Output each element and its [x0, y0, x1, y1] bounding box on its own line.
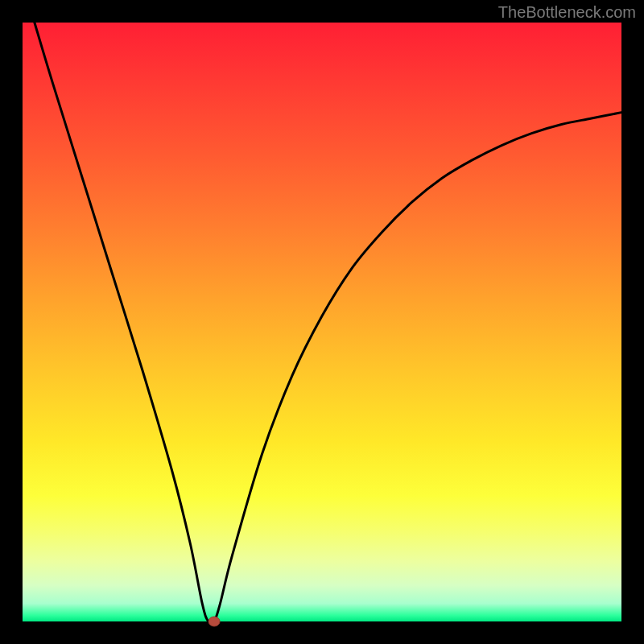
bottleneck-curve [35, 23, 621, 624]
plot-area [23, 23, 621, 621]
attribution-label: TheBottleneck.com [498, 3, 636, 22]
chart-container: TheBottleneck.com [0, 0, 644, 644]
minimum-marker [208, 617, 220, 626]
curve-svg [23, 23, 621, 621]
